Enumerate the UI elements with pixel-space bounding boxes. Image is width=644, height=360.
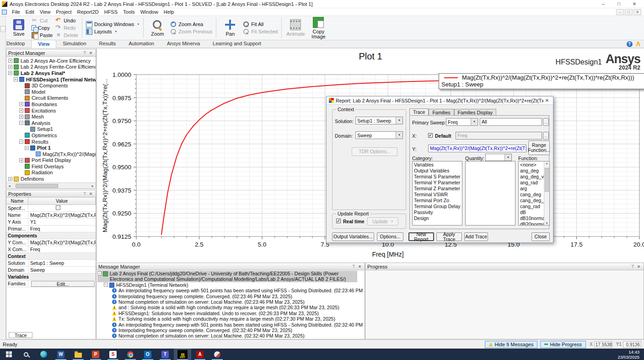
pin-icon[interactable]: ⊤ [82,191,88,197]
tree-item[interactable]: −Lab 2 Ansys Final* [6,70,96,76]
tdr-options-button[interactable]: TDR Options... [352,147,397,156]
taskbar-acrobat-icon[interactable]: A [191,349,209,360]
taskbar-clock[interactable]: 14:43 23/03/2025 [617,349,644,360]
pin-icon[interactable]: ⊤ [630,264,636,269]
tree-item[interactable]: +Definitions [6,176,96,182]
message-item[interactable]: iNormal completion of simulation on serv… [112,333,364,339]
function-list-scrollbar[interactable]: ▲ ▼ [544,161,549,225]
tree-item[interactable]: −Plot 1 [6,145,96,151]
menu-edit[interactable]: Edit [23,9,37,16]
list-option[interactable]: Terminal Group Delay [413,204,462,210]
dialog-tab-families-display[interactable]: Families Display [454,109,496,115]
x-more-button[interactable]: ... [543,132,549,140]
copyimage-button[interactable]: Copy Image [307,17,330,39]
chevron-down-icon[interactable]: ▼ [471,118,478,125]
report-dialog-titlebar[interactable]: Report: Lab 2 Ansys Final - HFSSDesign1 … [327,97,553,105]
dialog-tab-families[interactable]: Families [429,109,454,115]
apply-trace-button[interactable]: Apply Trace [436,232,462,241]
taskbar-teams-icon[interactable]: T [156,349,174,360]
tree-expander-icon[interactable]: − [8,71,12,75]
families-edit-button[interactable]: Edit... [31,281,95,287]
mdi-restore-icon[interactable]: □ [625,9,633,15]
quantity-list[interactable] [465,161,515,226]
tree-expander-icon[interactable]: − [25,146,29,150]
cut-button[interactable]: Cut [32,17,53,24]
tree-item[interactable]: +Lab 2 Ansys Ferrite-Core Efficiency 2* [6,64,96,70]
quantity-dropdown[interactable]: ▼ [485,154,512,161]
new-report-button[interactable]: New Report [408,232,434,241]
tree-expander-icon[interactable]: − [97,271,102,275]
help-icon[interactable]: ? [627,41,633,47]
scroll-up-icon[interactable]: ▲ [544,162,549,165]
list-option[interactable]: Passivity [413,210,462,215]
redo-button[interactable]: Redo [55,25,78,31]
pan-button[interactable]: Pan [219,17,242,39]
message-item[interactable]: iInterpolating frequency sweep complete.… [112,328,364,333]
menu-report2d[interactable]: Report2D [75,9,102,16]
fitsel-button[interactable]: Fit Selected [243,28,278,35]
message-item[interactable]: iAn interpolating frequency sweep with 5… [112,322,364,328]
range-function-button[interactable]: Range Function... [528,140,550,155]
list-option[interactable]: Terminal Z Parameter [413,186,462,192]
docking-button[interactable]: Docking Windows▼ [86,21,140,27]
animate-button[interactable]: Animate [284,17,307,39]
tree-expander-icon[interactable]: + [19,158,23,162]
chevron-down-icon[interactable]: ▼ [396,117,402,124]
panel-close-icon[interactable]: ✕ [88,50,94,56]
real-time-checkbox[interactable]: ✓ [336,219,341,223]
tab-ansys-minerva[interactable]: Ansys Minerva [161,40,206,48]
hide-progress-button[interactable]: Hide Progress [540,341,586,348]
tree-expander-icon[interactable]: + [8,177,12,181]
project-tree-hscrollbar[interactable]: ◄ ► [6,183,96,188]
scrollbar-thumb[interactable] [545,168,549,192]
message-item[interactable]: iAn interpolating frequency sweep with 5… [112,288,364,293]
zoom-button[interactable]: Zoom [146,17,169,39]
mdi-minimize-icon[interactable]: – [616,9,624,15]
layouts-button[interactable]: Layouts▼ [86,28,140,35]
toolbar-overflow-icon[interactable]: ... [0,26,5,32]
message-design-node[interactable]: −HFSSDesign1 (Terminal Network) [104,282,364,288]
menu-window[interactable]: Window [138,9,161,16]
tree-item[interactable]: −Analysis [6,120,96,126]
message-item[interactable]: !and : Solving inside a solid with high … [112,305,364,310]
panel-close-icon[interactable]: ✕ [636,264,642,269]
list-option[interactable]: Terminal Port Zo [413,198,462,204]
minimize-icon[interactable]: – [596,1,611,6]
tree-item[interactable]: Setup1 [6,126,96,133]
tab-results[interactable]: Results [93,40,123,48]
tree-item[interactable]: Mag(Zt(Tx,Rx))^2/(Mag(Zt(Tx,Rx)) [6,151,96,157]
message-item[interactable]: iInterpolating frequency sweep complete.… [112,294,364,299]
tree-expander-icon[interactable]: + [8,59,12,63]
tree-item[interactable]: +Excitations [6,107,96,114]
list-option[interactable]: Terminal S Parameter [413,174,462,180]
collapsed-toolbar-strip[interactable]: ... [0,16,6,339]
taskbar-start-icon[interactable] [0,349,17,360]
tree-item[interactable]: 3D Components [6,82,96,89]
tree-expander-icon[interactable]: − [104,283,108,287]
taskbar-chrome-icon[interactable] [122,349,139,360]
menu-file[interactable]: File [9,9,23,16]
close-button[interactable]: Close [531,232,550,241]
menu-help[interactable]: Help [161,9,177,16]
properties-trace-tab[interactable]: Trace [9,332,32,338]
tree-item[interactable]: +Port Field Display [6,157,96,164]
taskbar-outlook-icon[interactable]: O [139,349,156,360]
scroll-right-icon[interactable]: ► [90,184,96,188]
tree-expander-icon[interactable]: + [8,65,12,69]
menu-project[interactable]: Project [53,9,74,16]
message-item[interactable]: iNormal completion of simulation on serv… [112,299,364,305]
x-default-checkbox[interactable]: ✓ [428,133,433,138]
taskbar-edt-icon[interactable]: EDT [174,349,191,360]
list-option[interactable]: Variables [413,162,462,168]
tree-expander-icon[interactable]: − [19,140,23,144]
list-option[interactable]: Design [413,215,462,221]
panel-close-icon[interactable]: ✕ [88,191,94,197]
tree-expander-icon[interactable]: + [19,115,23,119]
dialog-close-icon[interactable]: ✕ [543,98,551,103]
save-button[interactable]: Save [7,17,30,39]
zoomprev-button[interactable]: Zoom Previous [170,28,212,35]
message-item[interactable]: !HFSSDesign1: Solutions have been invali… [112,311,364,316]
tree-expander-icon[interactable]: − [14,77,18,81]
taskbar-misc-icon[interactable] [209,349,226,360]
chevron-down-icon[interactable]: ▼ [504,154,511,161]
